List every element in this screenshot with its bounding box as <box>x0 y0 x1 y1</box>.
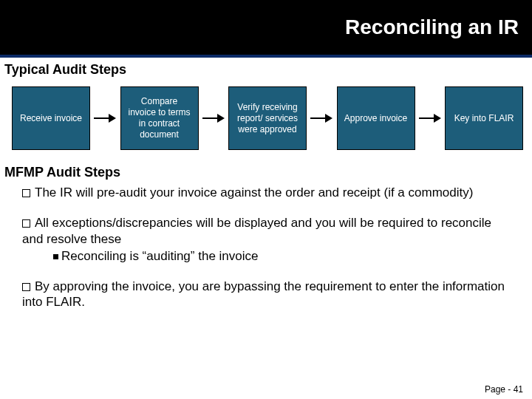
flow-step-1: Receive invoice <box>12 86 90 150</box>
svg-marker-7 <box>434 114 441 123</box>
flow-step-3: Verify receiving report/ services were a… <box>228 86 307 150</box>
arrow-icon <box>94 112 116 124</box>
slide: Reconciling an IR Typical Audit Steps Re… <box>0 0 532 399</box>
bullet-1: The IR will pre-audit your invoice again… <box>22 185 516 200</box>
flow-step-4: Approve invoice <box>337 86 415 150</box>
bullet-3-text: By approving the invoice, you are bypass… <box>22 279 505 309</box>
checkbox-icon <box>22 219 30 228</box>
title-bar: Reconciling an IR <box>0 0 532 58</box>
square-bullet-icon <box>53 254 58 259</box>
bullet-2-sub-text: Reconciling is “auditing” the invoice <box>61 249 258 263</box>
svg-marker-5 <box>325 114 332 123</box>
arrow-icon <box>202 112 225 124</box>
bullet-2-text: All exceptions/discrepancies will be dis… <box>22 216 491 245</box>
heading-mfmp-audit-steps: MFMP Audit Steps <box>0 160 532 182</box>
bullet-2-sub: Reconciling is “auditing” the invoice <box>22 248 516 264</box>
checkbox-icon <box>22 283 30 291</box>
flow-step-5: Key into FLAIR <box>445 86 523 150</box>
bullet-list: The IR will pre-audit your invoice again… <box>0 182 532 310</box>
page-number: Page - 41 <box>485 384 523 395</box>
flow-diagram: Receive invoice Compare invoice to terms… <box>0 79 532 160</box>
heading-typical-audit-steps: Typical Audit Steps <box>0 58 532 79</box>
arrow-icon <box>419 112 441 124</box>
svg-marker-3 <box>217 114 225 123</box>
bullet-3: By approving the invoice, you are bypass… <box>22 279 516 310</box>
checkbox-icon <box>22 189 30 197</box>
bullet-1-text: The IR will pre-audit your invoice again… <box>35 185 473 200</box>
svg-marker-1 <box>109 114 116 123</box>
bullet-2: All exceptions/discrepancies will be dis… <box>22 215 516 264</box>
flow-step-2: Compare invoice to terms in contract doc… <box>120 86 199 150</box>
slide-title: Reconciling an IR <box>345 16 519 39</box>
arrow-icon <box>310 112 332 124</box>
